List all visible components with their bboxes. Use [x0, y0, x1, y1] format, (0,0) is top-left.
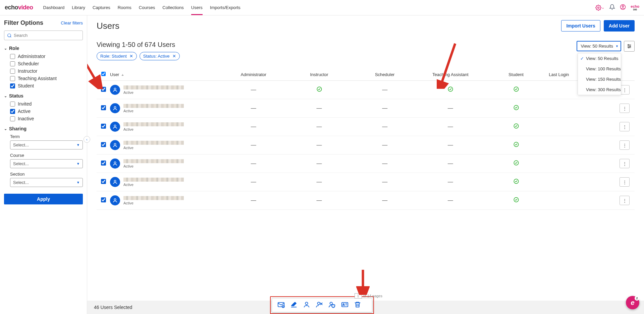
view-results-select[interactable]: View: 50 Results ▼ — [577, 41, 621, 51]
nav-collections[interactable]: Collections — [162, 0, 184, 15]
user-cell[interactable]: Active — [110, 103, 221, 113]
role-checkbox[interactable] — [10, 69, 15, 74]
row-checkbox[interactable] — [101, 161, 106, 166]
user-status: Active — [123, 90, 184, 95]
course-select[interactable]: Select...▼ — [10, 159, 83, 168]
user-cell[interactable]: Active — [110, 195, 221, 205]
view-option[interactable]: View: 50 Results — [578, 53, 621, 64]
role-group-header[interactable]: ⌄Role — [4, 46, 83, 51]
view-option[interactable]: View: 150 Results — [578, 74, 621, 84]
term-select[interactable]: Select...▼ — [10, 140, 83, 149]
row-actions-button[interactable]: ⋮ — [620, 104, 630, 113]
row-actions-button[interactable]: ⋮ — [620, 140, 630, 150]
dash-icon: — — [251, 161, 256, 166]
nav-rooms[interactable]: Rooms — [118, 0, 131, 15]
nav-library[interactable]: Library — [72, 0, 85, 15]
sharing-group-header[interactable]: ⌄Sharing — [4, 126, 83, 131]
user-name-redacted — [123, 104, 184, 108]
role-instructor[interactable]: Instructor — [10, 68, 83, 74]
row-actions-button[interactable]: ⋮ — [620, 177, 630, 187]
pagination-hint: 1 of 14 pages — [355, 293, 383, 299]
status-invited[interactable]: Invited — [10, 101, 83, 107]
role-checkbox[interactable] — [10, 61, 15, 66]
role-checkbox[interactable] — [10, 76, 15, 81]
role-student[interactable]: Student — [10, 83, 83, 88]
search-box[interactable] — [4, 30, 83, 40]
page-number[interactable]: 1 — [355, 293, 362, 299]
caret-down-icon: ▼ — [76, 181, 80, 184]
user-cell[interactable]: Active — [110, 177, 221, 187]
nav-captures[interactable]: Captures — [93, 0, 110, 15]
remove-user-icon[interactable] — [316, 301, 323, 309]
nav-users[interactable]: Users — [191, 0, 203, 15]
dash-icon: — — [382, 142, 387, 148]
dash-icon: — — [251, 142, 256, 148]
col-user[interactable]: User▵ — [110, 72, 221, 77]
user-cell[interactable]: Active — [110, 122, 221, 132]
col-ta[interactable]: Teaching Assistant — [418, 72, 483, 77]
user-status: Active — [123, 183, 184, 187]
nav-dashboard[interactable]: Dashboard — [43, 0, 65, 15]
col-scheduler[interactable]: Scheduler — [352, 72, 418, 77]
row-actions-button[interactable]: ⋮ — [620, 159, 630, 168]
badge-count: 2 — [635, 296, 639, 301]
role-teaching-assistant[interactable]: Teaching Assistant — [10, 76, 83, 81]
status-active[interactable]: Active — [10, 109, 83, 114]
view-option[interactable]: View: 100 Results — [578, 64, 621, 74]
select-all-checkbox[interactable] — [101, 72, 106, 76]
role-checkbox[interactable] — [10, 83, 15, 88]
role-scheduler[interactable]: Scheduler — [10, 61, 83, 66]
dash-icon: — — [251, 87, 256, 92]
nav-imports-exports[interactable]: Imports/Exports — [210, 0, 240, 15]
erase-icon[interactable] — [290, 301, 298, 309]
import-users-button[interactable]: Import Users — [561, 20, 600, 32]
id-card-icon[interactable] — [341, 301, 348, 309]
search-input[interactable] — [14, 33, 80, 38]
remove-chip-icon[interactable]: ✕ — [129, 54, 133, 59]
row-checkbox[interactable] — [101, 105, 106, 110]
help-float-badge[interactable]: e 2 — [626, 296, 639, 309]
logo[interactable]: echovideo — [5, 4, 33, 11]
section-select[interactable]: Select...▼ — [10, 178, 83, 187]
role-administrator[interactable]: Administrator — [10, 54, 83, 59]
dash-icon: — — [448, 105, 453, 111]
filter-sliders-button[interactable] — [624, 41, 635, 52]
user-shield-icon[interactable] — [328, 301, 336, 309]
status-checkbox[interactable] — [10, 102, 15, 107]
user-cell[interactable]: Active — [110, 159, 221, 169]
nav-courses[interactable]: Courses — [139, 0, 155, 15]
col-admin[interactable]: Administrator — [221, 72, 286, 77]
dash-icon: — — [382, 87, 387, 92]
role-checkbox[interactable] — [10, 54, 15, 59]
row-checkbox[interactable] — [101, 179, 106, 184]
svg-point-21 — [114, 143, 116, 145]
col-student[interactable]: Student — [483, 72, 549, 77]
status-inactive[interactable]: Inactive — [10, 116, 83, 121]
bulk-action-bar — [272, 298, 372, 312]
row-actions-button[interactable]: ⋮ — [620, 196, 630, 205]
row-checkbox[interactable] — [101, 197, 106, 202]
add-user-button[interactable]: Add User — [604, 20, 635, 32]
send-invite-icon[interactable] — [277, 301, 285, 309]
status-group-header[interactable]: ⌄Status — [4, 93, 83, 99]
view-option[interactable]: View: 300 Results — [578, 84, 621, 95]
delete-trash-icon[interactable] — [354, 301, 361, 309]
user-cell[interactable]: Active — [110, 85, 221, 95]
user-name-redacted — [123, 196, 184, 200]
status-checkbox[interactable] — [10, 116, 15, 121]
apply-button[interactable]: Apply — [4, 194, 83, 204]
notification-bell-icon[interactable] — [609, 4, 615, 11]
col-instructor[interactable]: Instructor — [286, 72, 352, 77]
clear-filters-link[interactable]: Clear filters — [61, 20, 83, 25]
settings-gear-icon[interactable]: ⌄ — [595, 5, 604, 11]
echo-360-badge[interactable]: echo 360 — [631, 5, 639, 11]
row-checkbox[interactable] — [101, 87, 106, 92]
user-icon[interactable] — [303, 301, 310, 309]
row-checkbox[interactable] — [101, 124, 106, 129]
status-checkbox[interactable] — [10, 109, 15, 114]
account-icon[interactable] — [620, 4, 626, 11]
user-cell[interactable]: Active — [110, 140, 221, 150]
remove-chip-icon[interactable]: ✕ — [172, 54, 176, 59]
row-actions-button[interactable]: ⋮ — [620, 122, 630, 131]
row-checkbox[interactable] — [101, 142, 106, 147]
